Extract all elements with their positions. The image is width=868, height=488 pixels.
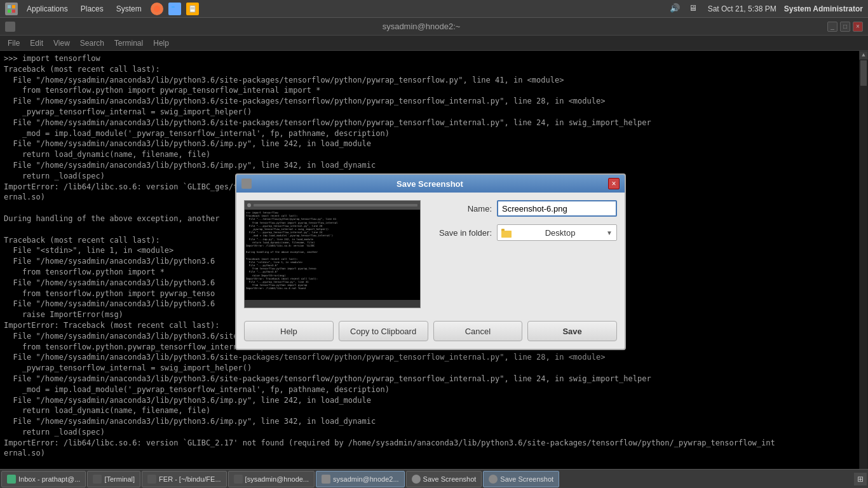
save-button-label: Save <box>562 327 581 336</box>
folder-select[interactable]: Desktop ▼ <box>497 224 617 241</box>
taskbar-item-terminal[interactable]: [Terminal] <box>87 471 140 487</box>
scroll-up-arrow[interactable]: ▲ <box>859 51 868 60</box>
folder-row: Save in folder: Desktop <box>428 224 617 241</box>
dialog-window-icon <box>241 179 252 189</box>
save-screenshot-dialog: Save Screenshot × >>> import tensorflow … <box>235 173 626 350</box>
cancel-button-label: Cancel <box>465 327 491 336</box>
fer-icon <box>147 475 156 484</box>
taskbar-fer-label: FER - [~/bindu/FE... <box>159 475 221 483</box>
terminal-scrollbar[interactable]: ▲ ▼ <box>859 51 868 488</box>
save-button[interactable]: Save <box>527 321 617 341</box>
menu-edit[interactable]: Edit <box>25 37 48 49</box>
dialog-form: Name: Save in folder: <box>428 200 617 308</box>
taskbar-desktop-icon[interactable]: ⊞ <box>854 473 867 485</box>
taskbar-terminal-label: [Terminal] <box>104 475 135 483</box>
terminal-titlebar: sysadmin@hnode2:~ _ □ × <box>0 18 868 36</box>
svg-rect-1 <box>12 5 15 8</box>
preview-bottom <box>245 300 420 308</box>
taskbar-save2-label: Save Screenshot <box>500 475 553 483</box>
taskbar-right: ⊞ <box>854 473 867 485</box>
save1-icon <box>412 475 421 484</box>
user-label: System Administrator <box>784 4 863 13</box>
taskbar-item-node[interactable]: sysadmin@hnode2... <box>316 471 405 487</box>
scroll-thumb[interactable] <box>860 60 867 86</box>
save2-icon <box>489 475 498 484</box>
sysadmin-icon <box>234 475 243 484</box>
system-bar-left: Applications Places System <box>5 3 199 15</box>
dialog-close-button[interactable]: × <box>608 178 620 189</box>
system-bar: Applications Places System 🔊 🖥 Sat Oct 2… <box>0 0 868 18</box>
copy-button-label: Copy to Clipboard <box>350 327 416 336</box>
taskbar-item-inbox[interactable]: Inbox - prathapt@... <box>1 471 86 487</box>
datetime-label: Sat Oct 21, 5:38 PM <box>708 4 776 13</box>
files-icon[interactable] <box>168 3 181 15</box>
dialog-preview: >>> import tensorflow Traceback (most re… <box>244 200 421 308</box>
terminal-window: sysadmin@hnode2:~ _ □ × File Edit View S… <box>0 18 868 488</box>
minimize-button[interactable]: _ <box>827 22 837 32</box>
dialog-body: >>> import tensorflow Traceback (most re… <box>236 193 625 316</box>
terminal-title: sysadmin@hnode2:~ <box>15 22 827 31</box>
help-button[interactable]: Help <box>244 321 334 341</box>
taskbar-save1-label: Save Screenshot <box>423 475 477 483</box>
svg-rect-0 <box>8 5 11 8</box>
copy-to-clipboard-button[interactable]: Copy to Clipboard <box>339 321 428 341</box>
taskbar-node-label: sysadmin@hnode2... <box>333 475 399 483</box>
preview-image: >>> import tensorflow Traceback (most re… <box>245 201 420 308</box>
taskbar-item-save1[interactable]: Save Screenshot <box>406 471 482 487</box>
places-menu[interactable]: Places <box>77 3 107 15</box>
menu-file[interactable]: File <box>3 37 25 49</box>
volume-icon[interactable]: 🔊 <box>670 3 681 15</box>
applications-menu[interactable]: Applications <box>23 3 72 15</box>
svg-rect-13 <box>501 231 512 238</box>
cancel-button[interactable]: Cancel <box>433 321 523 341</box>
folder-label: Save in folder: <box>428 228 492 238</box>
menu-search[interactable]: Search <box>75 37 109 49</box>
svg-rect-6 <box>172 6 175 8</box>
name-row: Name: <box>428 200 617 217</box>
taskbar-item-sysadmin[interactable]: [sysadmin@hnode... <box>228 471 315 487</box>
terminal-window-icon <box>5 22 15 32</box>
svg-rect-2 <box>8 10 11 13</box>
dropdown-arrow-icon: ▼ <box>606 229 613 236</box>
window-controls: _ □ × <box>827 22 863 32</box>
terminal-menu: File Edit View Search Terminal Help <box>0 36 868 51</box>
maximize-button[interactable]: □ <box>840 22 850 32</box>
menu-view[interactable]: View <box>48 37 75 49</box>
edit-icon[interactable] <box>186 3 199 15</box>
node-icon <box>322 475 330 484</box>
folder-value: Desktop <box>545 228 576 238</box>
menu-terminal[interactable]: Terminal <box>109 37 148 49</box>
applications-icon[interactable] <box>5 3 18 15</box>
network-icon[interactable]: 🖥 <box>689 3 700 15</box>
taskbar-inbox-label: Inbox - prathapt@... <box>18 475 80 483</box>
help-button-label: Help <box>280 327 297 336</box>
menu-help[interactable]: Help <box>148 37 174 49</box>
name-label: Name: <box>428 204 492 214</box>
preview-content: >>> import tensorflow Traceback (most re… <box>245 210 420 300</box>
firefox-icon[interactable] <box>151 3 163 15</box>
dialog-buttons: Help Copy to Clipboard Cancel Save <box>236 316 625 349</box>
svg-point-4 <box>154 6 160 12</box>
svg-rect-3 <box>12 10 15 13</box>
preview-dot <box>247 203 251 207</box>
dialog-title: Save Screenshot <box>252 179 608 189</box>
terminal-icon <box>93 475 102 484</box>
taskbar-sysadmin-label: [sysadmin@hnode... <box>245 475 309 483</box>
taskbar-item-fer[interactable]: FER - [~/bindu/FE... <box>142 471 227 487</box>
inbox-icon <box>7 475 16 484</box>
filename-input[interactable] <box>497 200 617 217</box>
dialog-titlebar: Save Screenshot × <box>236 175 625 193</box>
scroll-track[interactable] <box>860 60 867 479</box>
taskbar-item-save2[interactable]: Save Screenshot <box>483 471 559 487</box>
taskbar: Inbox - prathapt@... [Terminal] FER - [~… <box>0 469 868 488</box>
system-bar-right: 🔊 🖥 Sat Oct 21, 5:38 PM System Administr… <box>670 3 863 15</box>
system-menu[interactable]: System <box>112 3 146 15</box>
close-button[interactable]: × <box>853 22 863 32</box>
preview-titlebar <box>245 201 420 210</box>
